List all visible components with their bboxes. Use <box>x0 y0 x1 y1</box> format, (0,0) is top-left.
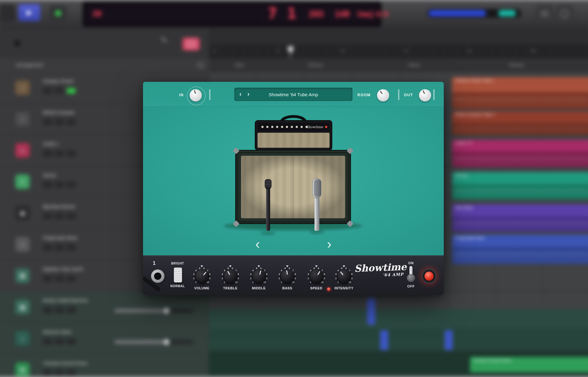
room-knob-pointer <box>380 91 383 94</box>
knob-intensity[interactable]: 12345678910INTENSITY <box>330 258 358 294</box>
knob-pointer <box>259 270 261 275</box>
knob-top-mark <box>315 265 318 267</box>
knob-scale-number: 4 <box>337 269 339 272</box>
region[interactable]: New Beat <box>452 204 588 216</box>
region[interactable]: British Invasion Take 1 <box>452 111 588 123</box>
region[interactable] <box>452 123 588 135</box>
amp-plugin-window[interactable]: IN ‹ › Showtime '64 Tube Amp ROOM OUT <box>143 82 444 295</box>
prev-model-button[interactable]: ‹ <box>251 235 264 253</box>
out-label: OUT <box>404 93 413 97</box>
region[interactable] <box>452 184 588 200</box>
knob-pointer <box>203 272 206 276</box>
knob-top-mark <box>258 265 260 267</box>
region[interactable]: Yamaha Grand Piano <box>470 357 588 373</box>
knob-scale-number: 8 <box>238 273 239 276</box>
power-off-label: OFF <box>407 284 415 288</box>
amp-logo: Showtime '64 AMP <box>354 261 407 278</box>
preset-selector[interactable]: ‹ › Showtime '64 Tube Amp <box>234 88 352 101</box>
knob-scale-number: 8 <box>295 273 296 276</box>
knob-scale-number: 5 <box>228 267 229 269</box>
in-knob[interactable] <box>190 89 202 101</box>
knob-scale-number: 9 <box>266 277 267 280</box>
knob-scale-number: 2 <box>222 277 223 280</box>
knob-body <box>252 269 266 284</box>
amp-graphic: Showtime <box>143 107 444 255</box>
knob-body <box>281 269 295 284</box>
in-label: IN <box>179 93 184 97</box>
knob-pointer <box>317 271 320 275</box>
knob-scale-number: 2 <box>279 277 280 280</box>
region[interactable] <box>452 246 588 264</box>
power-lamp <box>422 269 436 284</box>
region[interactable] <box>452 152 588 167</box>
plugin-title: Showtime '64 Tube Amp <box>234 88 352 101</box>
out-knob-rotation <box>417 87 433 103</box>
out-knob-pointer <box>422 90 425 94</box>
region[interactable] <box>452 216 588 232</box>
knob-pointer <box>227 271 230 275</box>
amp-stage: Showtime <box>143 107 444 255</box>
knob-body <box>310 269 324 284</box>
knob-scale-number: 3 <box>308 273 309 276</box>
region[interactable]: Chicken Pickin' Niki 4 <box>452 77 588 92</box>
room-knob[interactable] <box>377 89 389 101</box>
amp-control-panel: 1 BRIGHT NORMAL 12345678910VOLUME1234567… <box>143 255 444 295</box>
knob-bass[interactable]: 12345678910BASS <box>273 258 301 294</box>
out-knob[interactable] <box>419 89 431 101</box>
knob-scale-number: 1 <box>195 281 197 284</box>
region-label: British Invasion Take 1 <box>452 111 588 118</box>
knob-pointer <box>286 270 288 275</box>
knob-pointer <box>340 272 343 276</box>
in-knob-pointer <box>194 90 196 94</box>
knob-scale-number: 1 <box>224 281 225 284</box>
region-label: New Beat <box>452 204 588 211</box>
region[interactable] <box>367 298 375 325</box>
region[interactable] <box>452 92 588 109</box>
header-divider <box>209 89 210 100</box>
knob-scale-number: 1 <box>337 281 339 284</box>
power-on-label: ON <box>408 261 414 265</box>
region-label: Chorus <box>452 172 588 178</box>
knob-scale-number: 4 <box>310 269 311 272</box>
region[interactable]: Chorus <box>452 172 588 184</box>
knob-scale-number: 3 <box>250 273 251 276</box>
room-knob-rotation <box>375 87 392 104</box>
region[interactable]: Fingerstyle Bass <box>452 235 588 246</box>
room-label: ROOM <box>357 93 371 97</box>
next-model-button[interactable]: › <box>322 235 336 253</box>
knob-rotation <box>280 269 296 284</box>
region[interactable] <box>445 330 453 350</box>
knob-scale-number: 4 <box>195 269 197 272</box>
region[interactable]: Audio 1-2 <box>452 140 588 151</box>
screen: ▶ 26 7 1 203 140 Cmaj 4/4 ✎ 59131 <box>0 0 588 377</box>
knob-volume[interactable]: 12345678910VOLUME <box>188 258 216 294</box>
knob-top-mark <box>229 265 232 267</box>
knob-scale-number: 6 <box>260 267 262 269</box>
header-divider <box>433 89 435 100</box>
power-toggle-base <box>407 274 415 282</box>
region-label: Audio 1-2 <box>452 140 588 146</box>
plugin-header: IN ‹ › Showtime '64 Tube Amp ROOM OUT <box>143 82 444 107</box>
knob-middle[interactable]: 12345678910MIDDLE <box>245 258 273 294</box>
knob-scale-number: 3 <box>279 273 280 276</box>
tremolo-led <box>327 288 330 291</box>
knob-scale-number: 6 <box>318 267 319 269</box>
amp-head-logo: Showtime <box>306 125 323 129</box>
knob-body <box>224 269 238 284</box>
power-toggle[interactable] <box>406 266 416 283</box>
header-divider <box>398 89 399 100</box>
knob-scale-number: 5 <box>285 267 286 269</box>
region-label: Fingerstyle Bass <box>452 235 588 241</box>
knob-label: INTENSITY <box>326 286 362 290</box>
knob-top-mark <box>286 265 288 267</box>
knob-body <box>337 269 351 284</box>
knob-treble[interactable]: 12345678910TREBLE <box>216 258 244 294</box>
knob-body <box>195 269 209 284</box>
region-label: Yamaha Grand Piano <box>470 357 588 364</box>
region[interactable] <box>380 330 388 350</box>
knob-scale-number: 4 <box>224 269 225 272</box>
region-label: Chicken Pickin' Niki 4 <box>452 77 588 84</box>
